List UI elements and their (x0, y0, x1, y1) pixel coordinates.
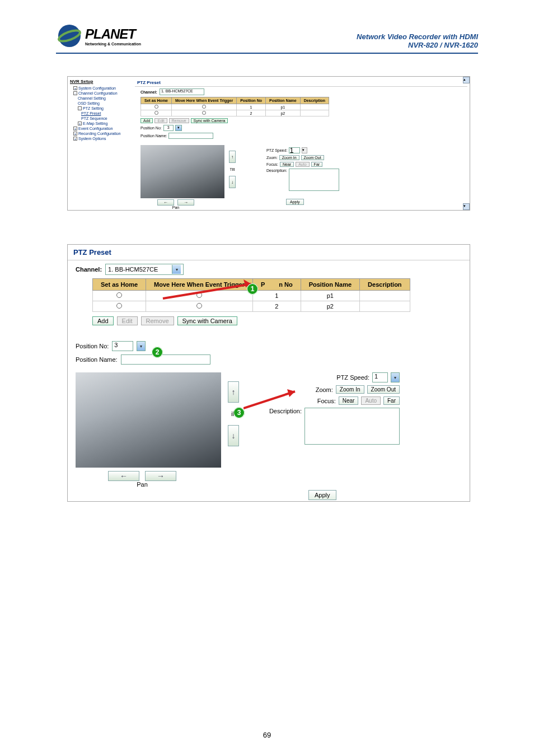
focus-near-button[interactable]: Near (339, 396, 359, 405)
description-input[interactable] (305, 408, 400, 445)
th-set-home: Set as Home (93, 279, 146, 291)
ptz-speed-dd[interactable]: ▾ (302, 147, 307, 153)
focus-far-button[interactable]: Far (311, 162, 323, 167)
channel-select[interactable]: 1. BB-HCM527CE ▾ (105, 264, 184, 275)
zoom-in-button[interactable]: Zoom In (336, 385, 364, 394)
nav-channel-config[interactable]: -Channel Configuration (70, 91, 132, 96)
chevron-down-icon: ▾ (172, 265, 181, 274)
camera-preview (140, 145, 224, 198)
focus-far-button[interactable]: Far (383, 396, 400, 405)
th-position-no: P n No (253, 279, 301, 291)
logo: PLANET Networking & Communication (56, 22, 141, 49)
scroll-down-icon[interactable]: ▾ (463, 203, 470, 210)
pan-right-button[interactable]: → (177, 199, 194, 206)
channel-label: Channel: (140, 90, 157, 94)
pan-left-button[interactable]: ← (108, 471, 139, 481)
position-no-label: Position No: (76, 343, 109, 349)
th-position-name: Position Name (266, 97, 301, 104)
table-row[interactable]: 2 p2 (141, 110, 329, 116)
move-radio[interactable] (202, 111, 206, 115)
red-arrow-3 (243, 389, 299, 417)
apply-button[interactable]: Apply (286, 199, 304, 205)
nav-recording-config[interactable]: +Recording Configuration (70, 131, 132, 136)
zoom-in-button[interactable]: Zoom In (279, 155, 299, 160)
sync-button[interactable]: Sync with Camera (177, 316, 237, 325)
description-input[interactable] (289, 169, 339, 191)
zoom-out-button[interactable]: Zoom Out (301, 155, 324, 160)
home-radio[interactable] (154, 111, 158, 115)
move-radio[interactable] (202, 105, 206, 109)
pan-right-button[interactable]: → (145, 471, 176, 481)
pan-left-button[interactable]: ← (157, 199, 174, 206)
tilt-down-button[interactable]: ↓ (229, 176, 236, 188)
tilt-up-button[interactable]: ↑ (229, 151, 236, 163)
ptz-speed-input[interactable]: 1 (372, 372, 388, 382)
ptz-speed-label: PTZ Speed: (266, 148, 287, 152)
position-no-input[interactable]: 3 (112, 341, 133, 351)
callout-1: 1 (247, 283, 258, 295)
position-name-label: Position Name: (140, 134, 167, 138)
position-no-input[interactable]: 3 (163, 125, 174, 131)
zoom-label: Zoom: (266, 156, 278, 160)
remove-button: Remove (169, 118, 189, 123)
logo-subtext: Networking & Communication (85, 42, 141, 46)
edit-button: Edit (154, 118, 167, 123)
header-model: NVR-820 / NVR-1620 (357, 41, 478, 49)
th-set-home: Set as Home (141, 97, 172, 104)
th-position-no: Position No (237, 97, 266, 104)
zoom-out-button[interactable]: Zoom Out (367, 385, 400, 394)
nav-ptz-preset[interactable]: PTZ Preset (70, 111, 132, 116)
add-button[interactable]: Add (92, 316, 114, 325)
planet-logo-icon (56, 22, 83, 49)
nav-emap-setting[interactable]: +E-Map Setting (70, 121, 132, 126)
position-no-label: Position No: (140, 126, 162, 130)
nav-event-config[interactable]: +Event Configuration (70, 126, 132, 131)
nav-sidebar: NVR Setup +System Configuration -Channel… (70, 79, 132, 141)
table-row[interactable]: 1 p1 (141, 104, 329, 110)
focus-auto-button: Auto (361, 396, 381, 405)
focus-label: Focus: (266, 162, 278, 166)
nav-osd-setting[interactable]: OSD Setting (70, 101, 132, 106)
th-description: Description (360, 279, 410, 291)
page-header: PLANET Networking & Communication Networ… (56, 22, 478, 54)
page-number: 69 (263, 731, 271, 739)
logo-text: PLANET (85, 26, 141, 42)
channel-label: Channel: (76, 266, 102, 273)
position-name-input[interactable] (121, 354, 210, 365)
tilt-down-button[interactable]: ↓ (228, 425, 239, 446)
home-radio[interactable] (116, 292, 122, 298)
panel-title: PTZ Preset (135, 79, 467, 87)
ptz-speed-input[interactable] (289, 147, 300, 153)
position-no-dd[interactable]: ▾ (175, 125, 182, 131)
channel-select[interactable]: 1. BB-HCM527CE (160, 88, 204, 95)
th-description: Description (300, 97, 329, 104)
pan-label: Pan (172, 206, 179, 209)
ptz-speed-label: PTZ Speed: (327, 374, 369, 381)
edit-button: Edit (117, 316, 138, 325)
focus-near-button[interactable]: Near (280, 162, 294, 167)
callout-2: 2 (152, 347, 163, 358)
home-radio[interactable] (116, 303, 122, 309)
move-radio[interactable] (196, 303, 202, 309)
position-no-dd[interactable]: ▾ (137, 341, 146, 351)
description-label: Description: (266, 169, 287, 172)
nav-ptz-sequence[interactable]: PTZ Sequence (70, 116, 132, 121)
add-button[interactable]: Add (140, 118, 153, 123)
nav-ptz-setting[interactable]: -PTZ Setting (70, 106, 132, 111)
nav-system-config[interactable]: +System Configuration (70, 86, 132, 91)
home-radio[interactable] (154, 105, 158, 109)
screenshot-overview: ▴ ▾ NVR Setup +System Configuration -Cha… (67, 76, 470, 211)
apply-button[interactable]: Apply (308, 490, 336, 500)
ptz-speed-dd[interactable]: ▾ (391, 372, 400, 382)
remove-button: Remove (141, 316, 174, 325)
tilt-up-button[interactable]: ↑ (228, 381, 239, 403)
position-name-input[interactable] (168, 133, 213, 139)
nav-system-options[interactable]: +System Options (70, 136, 132, 141)
screenshot-detail: PTZ Preset Channel: 1. BB-HCM527CE ▾ Set… (67, 244, 470, 502)
callout-3: 3 (233, 407, 245, 418)
th-position-name: Position Name (301, 279, 359, 291)
red-arrow-1 (157, 276, 252, 303)
panel-title: PTZ Preset (68, 245, 470, 260)
sync-button[interactable]: Sync with Camera (191, 118, 228, 123)
nav-channel-setting[interactable]: Channel Setting (70, 96, 132, 101)
